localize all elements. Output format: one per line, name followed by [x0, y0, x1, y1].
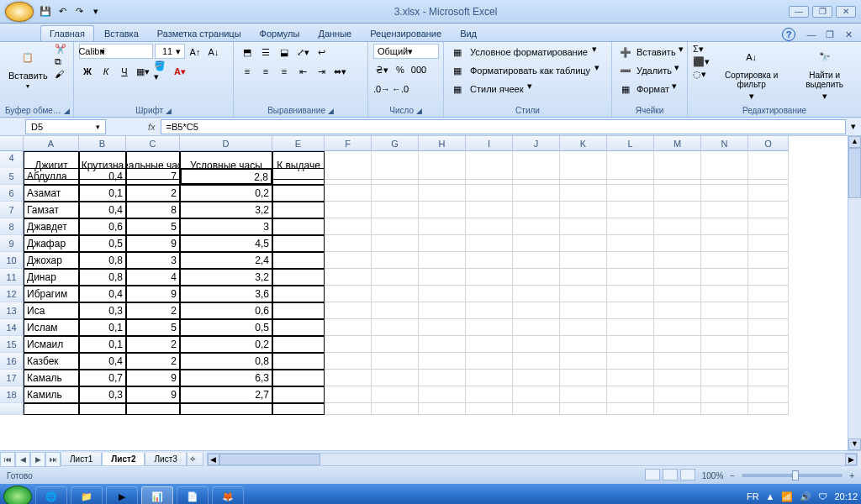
cell-N9[interactable] — [701, 235, 748, 252]
cell-G10[interactable] — [372, 252, 419, 269]
cell-K13[interactable] — [560, 302, 607, 319]
cell-M17[interactable] — [654, 370, 701, 386]
conditional-format-button[interactable]: ▦Условное форматирование▾ — [449, 44, 597, 60]
cell-styles-button[interactable]: ▦Стили ячеек▾ — [449, 81, 532, 97]
cell-H10[interactable] — [419, 252, 466, 269]
increase-decimal-icon[interactable]: .0→ — [373, 81, 390, 97]
cell-empty[interactable] — [325, 403, 372, 415]
cell-O16[interactable] — [748, 353, 789, 370]
cell-F16[interactable] — [325, 353, 372, 370]
cell-N15[interactable] — [701, 336, 748, 353]
merge-cells-icon[interactable]: ⬌▾ — [331, 63, 348, 80]
cell-E9[interactable] — [272, 235, 325, 252]
cell-G13[interactable] — [372, 302, 419, 319]
doc-restore-button[interactable]: ❐ — [822, 29, 837, 41]
cell-J6[interactable] — [513, 185, 560, 202]
cell-O5[interactable] — [748, 168, 789, 185]
cell-B16[interactable]: 0,4 — [79, 353, 126, 370]
number-format-select[interactable]: Общий ▾ — [373, 44, 439, 59]
cell-O12[interactable] — [748, 286, 789, 302]
cell-empty[interactable] — [466, 403, 513, 415]
col-header-N[interactable]: N — [701, 136, 748, 151]
cell-empty[interactable] — [560, 403, 607, 415]
col-header-M[interactable]: M — [654, 136, 701, 151]
cell-K17[interactable] — [560, 370, 607, 386]
cell-B9[interactable]: 0,5 — [79, 235, 126, 252]
cell-empty[interactable] — [79, 403, 126, 415]
zoom-out-button[interactable]: − — [730, 471, 735, 480]
cell-C14[interactable]: 5 — [126, 319, 180, 336]
cell-H17[interactable] — [419, 370, 466, 386]
cell-A17[interactable]: Камаль — [24, 370, 79, 386]
cell-empty[interactable] — [701, 403, 748, 415]
cut-icon[interactable]: ✂️ — [55, 44, 66, 55]
cell-empty[interactable] — [126, 403, 180, 415]
cell-F6[interactable] — [325, 185, 372, 202]
cell-N12[interactable] — [701, 286, 748, 302]
cell-F14[interactable] — [325, 319, 372, 336]
col-header-B[interactable]: B — [79, 136, 126, 151]
cell-I9[interactable] — [466, 235, 513, 252]
cell-L8[interactable] — [607, 218, 654, 235]
cell-F13[interactable] — [325, 302, 372, 319]
taskbar-excel[interactable]: 📊 — [141, 486, 173, 504]
find-select-button[interactable]: 🔭 Найти и выделить▾ — [793, 44, 856, 103]
cell-K18[interactable] — [560, 386, 607, 403]
cell-A11[interactable]: Динар — [24, 269, 79, 286]
cell-empty[interactable] — [24, 403, 79, 415]
cell-N11[interactable] — [701, 269, 748, 286]
cell-N7[interactable] — [701, 202, 748, 218]
cell-M8[interactable] — [654, 218, 701, 235]
qat-dropdown-icon[interactable]: ▾ — [89, 5, 103, 18]
sort-filter-button[interactable]: A↓ Сортировка и фильтр▾ — [715, 44, 788, 103]
cell-F5[interactable] — [325, 168, 372, 185]
cell-B17[interactable]: 0,7 — [79, 370, 126, 386]
minimize-button[interactable]: — — [789, 6, 809, 18]
cell-F18[interactable] — [325, 386, 372, 403]
cell-A16[interactable]: Казбек — [24, 353, 79, 370]
cell-H6[interactable] — [419, 185, 466, 202]
row-header[interactable]: 15 — [0, 336, 24, 353]
cell-N8[interactable] — [701, 218, 748, 235]
cell-J12[interactable] — [513, 286, 560, 302]
increase-font-icon[interactable]: A↑ — [187, 44, 203, 60]
col-header-E[interactable]: E — [272, 136, 325, 151]
cell-I18[interactable] — [466, 386, 513, 403]
cell-K5[interactable] — [560, 168, 607, 185]
percent-icon[interactable]: % — [392, 61, 409, 78]
cell-G11[interactable] — [372, 269, 419, 286]
cell-B11[interactable]: 0,8 — [79, 269, 126, 286]
cell-M5[interactable] — [654, 168, 701, 185]
font-size-select[interactable]: 11 ▾ — [155, 44, 185, 59]
cell-L17[interactable] — [607, 370, 654, 386]
taskbar-explorer[interactable]: 📁 — [71, 486, 103, 504]
start-button[interactable] — [3, 486, 32, 504]
decrease-font-icon[interactable]: A↓ — [205, 44, 222, 60]
cell-C9[interactable]: 9 — [126, 235, 180, 252]
cell-I6[interactable] — [466, 185, 513, 202]
cell-K6[interactable] — [560, 185, 607, 202]
horizontal-scrollbar[interactable]: ◀ ▶ — [207, 453, 858, 466]
cell-B15[interactable]: 0,1 — [79, 336, 126, 353]
cell-H8[interactable] — [419, 218, 466, 235]
cell-J13[interactable] — [513, 302, 560, 319]
cell-E18[interactable] — [272, 386, 325, 403]
cell-C7[interactable]: 8 — [126, 202, 180, 218]
col-header-J[interactable]: J — [513, 136, 560, 151]
cell-F17[interactable] — [325, 370, 372, 386]
cell-E13[interactable] — [272, 302, 325, 319]
cell-K8[interactable] — [560, 218, 607, 235]
cell-D7[interactable]: 3,2 — [180, 202, 272, 218]
cell-D15[interactable]: 0,2 — [180, 336, 272, 353]
row-header[interactable]: 14 — [0, 319, 24, 336]
align-center-icon[interactable]: ≡ — [257, 63, 274, 80]
cell-L16[interactable] — [607, 353, 654, 370]
cell-K15[interactable] — [560, 336, 607, 353]
cell-I17[interactable] — [466, 370, 513, 386]
cell-H11[interactable] — [419, 269, 466, 286]
tab-insert[interactable]: Вставка — [96, 26, 147, 41]
cell-L18[interactable] — [607, 386, 654, 403]
cell-F12[interactable] — [325, 286, 372, 302]
cell-O11[interactable] — [748, 269, 789, 286]
cell-D9[interactable]: 4,5 — [180, 235, 272, 252]
